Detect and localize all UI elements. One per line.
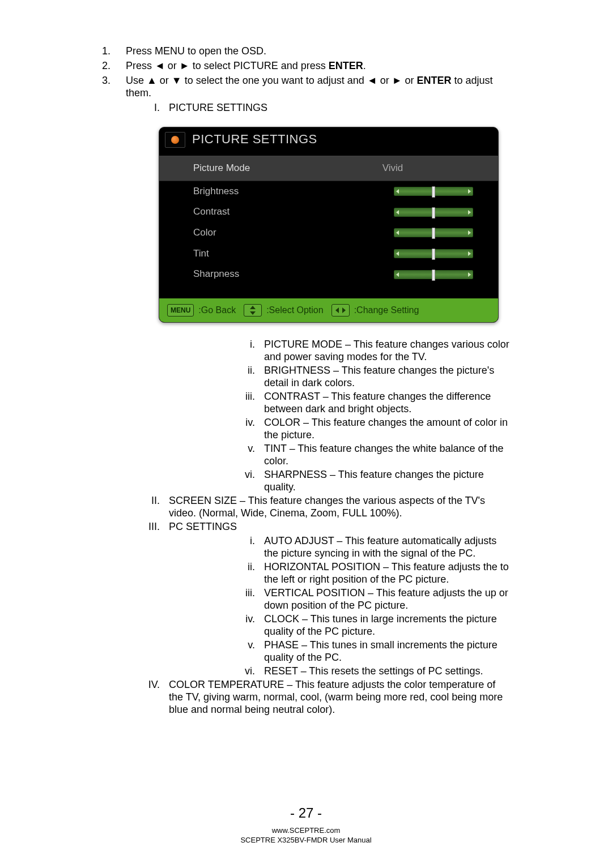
slider-thumb[interactable]	[432, 249, 435, 260]
section-picture-settings: I PICTURE SETTINGS PICTURE SETTINGS Pict…	[126, 102, 510, 494]
picture-settings-icon	[165, 132, 185, 148]
pc-items: iAUTO ADJUST – This feature automaticall…	[237, 535, 510, 677]
footer-select: :Select Option	[266, 305, 324, 316]
section-marker: III	[126, 521, 160, 533]
step-3-text-a: Use ▲ or ▼ to select the one you want to…	[126, 75, 417, 86]
osd-screenshot: PICTURE SETTINGS Picture Mode Vivid Brig…	[159, 127, 499, 323]
osd-title: PICTURE SETTINGS	[192, 132, 317, 147]
osd-label: Sharpness	[193, 268, 312, 280]
list-item: vTINT – This feature changes the white b…	[237, 443, 510, 468]
section-label: PICTURE SETTINGS	[169, 102, 267, 113]
list-item: iPICTURE MODE – This feature changes var…	[237, 339, 510, 364]
picture-items: iPICTURE MODE – This feature changes var…	[237, 339, 510, 493]
slider-thumb[interactable]	[432, 270, 435, 281]
contrast-slider[interactable]	[394, 208, 473, 217]
step-2-text-c: .	[363, 60, 366, 71]
section-screen-size: II SCREEN SIZE – This feature changes th…	[126, 495, 510, 520]
section-label: SCREEN SIZE – This feature changes the v…	[169, 495, 485, 519]
list-item: iAUTO ADJUST – This feature automaticall…	[237, 535, 510, 560]
osd-row-tint[interactable]: Tint	[159, 243, 498, 264]
footer-goback: :Go Back	[198, 305, 236, 316]
list-item: viSHARPNESS – This feature changes the p…	[237, 469, 510, 494]
svg-marker-2	[335, 307, 339, 313]
page-number: - 27 -	[0, 805, 612, 821]
list-item: iiiVERTICAL POSITION – This feature adju…	[237, 587, 510, 612]
picture-mode-value: Vivid	[312, 163, 473, 174]
osd-row-brightness[interactable]: Brightness	[159, 181, 498, 202]
slider-thumb[interactable]	[432, 228, 435, 239]
footer-change: :Change Setting	[354, 305, 419, 316]
updown-key-icon	[244, 304, 262, 317]
leftright-key-icon	[332, 304, 350, 317]
step-1: Press MENU to open the OSD.	[102, 45, 510, 58]
osd-row-picture-mode[interactable]: Picture Mode Vivid	[159, 156, 498, 181]
section-marker: I	[126, 102, 160, 114]
osd-label: Contrast	[193, 206, 312, 218]
section-marker: IV	[126, 679, 160, 691]
list-item: iiBRIGHTNESS – This feature changes the …	[237, 365, 510, 390]
list-item: iiiCONTRAST – This feature changes the d…	[237, 391, 510, 416]
osd-label: Picture Mode	[193, 163, 312, 174]
brightness-slider[interactable]	[394, 187, 473, 196]
step-2-enter: ENTER	[329, 60, 363, 71]
menu-key-icon: MENU	[167, 304, 194, 317]
osd-row-sharpness[interactable]: Sharpness	[159, 264, 498, 285]
list-item: iiHORIZONTAL POSITION – This feature adj…	[237, 561, 510, 586]
section-label: PC SETTINGS	[169, 521, 237, 532]
sharpness-slider[interactable]	[394, 270, 473, 279]
instruction-list: Press MENU to open the OSD. Press ◄ or ►…	[102, 45, 510, 716]
list-item: viRESET – This resets the settings of PC…	[237, 665, 510, 678]
step-2: Press ◄ or ► to select PICTURE and press…	[102, 60, 510, 72]
osd-header: PICTURE SETTINGS	[159, 127, 498, 156]
section-pc-settings: III PC SETTINGS iAUTO ADJUST – This feat…	[126, 521, 510, 678]
step-3: Use ▲ or ▼ to select the one you want to…	[102, 75, 510, 716]
slider-thumb[interactable]	[432, 186, 435, 198]
tint-slider[interactable]	[394, 249, 473, 258]
section-marker: II	[126, 495, 160, 507]
svg-marker-0	[250, 306, 256, 309]
list-item: ivCOLOR – This feature changes the amoun…	[237, 417, 510, 442]
osd-label: Color	[193, 227, 312, 239]
section-label: COLOR TEMPERATURE – This feature adjusts…	[169, 679, 503, 715]
page-footer: - 27 - www.SCEPTRE.com SCEPTRE X325BV-FM…	[0, 805, 612, 845]
section-color-temperature: IV COLOR TEMPERATURE – This feature adju…	[126, 679, 510, 716]
osd-footer: MENU :Go Back :Select Option :Change Set…	[159, 298, 498, 322]
step-2-text-a: Press ◄ or ► to select PICTURE and press	[126, 60, 329, 71]
footer-manual: SCEPTRE X325BV-FMDR User Manual	[0, 835, 612, 845]
osd-label: Tint	[193, 248, 312, 260]
footer-url: www.SCEPTRE.com	[0, 826, 612, 836]
list-item: ivCLOCK – This tunes in large increments…	[237, 613, 510, 638]
osd-row-color[interactable]: Color	[159, 223, 498, 243]
section-list: I PICTURE SETTINGS PICTURE SETTINGS Pict…	[126, 102, 510, 716]
svg-marker-3	[342, 307, 346, 313]
osd-label: Brightness	[193, 186, 312, 198]
list-item: vPHASE – This tunes in small increments …	[237, 639, 510, 664]
slider-thumb[interactable]	[432, 207, 435, 219]
svg-marker-1	[250, 311, 256, 315]
color-slider[interactable]	[394, 228, 473, 237]
osd-row-contrast[interactable]: Contrast	[159, 202, 498, 223]
step-3-enter: ENTER	[417, 75, 452, 86]
